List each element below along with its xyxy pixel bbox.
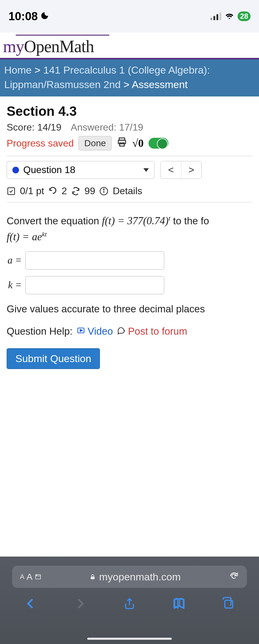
svg-point-11: [36, 575, 37, 576]
k-input[interactable]: [25, 276, 164, 294]
math-editor-toggle[interactable]: [149, 138, 168, 149]
question-meta: 0/1 pt 2 99 Details: [7, 182, 252, 200]
chevron-down-icon: [143, 168, 149, 172]
status-dot-icon: [12, 167, 19, 173]
divider: [7, 156, 252, 156]
divider: [7, 202, 252, 202]
url-domain: myopenmath.com: [47, 571, 223, 583]
section-title: Section 4.3: [7, 104, 252, 119]
question-nav: Question 18 < >: [7, 158, 252, 182]
question-body: Convert the equation f(t) = 377(0.74)t t…: [7, 204, 252, 378]
tabs-icon[interactable]: [222, 597, 235, 611]
done-button[interactable]: Done: [78, 136, 112, 150]
status-bar: 10:08 28: [0, 0, 259, 33]
reload-icon[interactable]: [229, 571, 239, 582]
k-label: k =: [7, 278, 22, 293]
math-editor-toggle-label: √0: [132, 137, 144, 150]
prev-question-button[interactable]: <: [161, 161, 181, 178]
home-indicator[interactable]: [87, 638, 172, 640]
time-text: 10:08: [8, 10, 38, 23]
bookmarks-icon[interactable]: [172, 597, 186, 611]
cellular-signal-icon: [210, 12, 221, 20]
svg-marker-8: [80, 329, 82, 331]
back-icon[interactable]: [24, 597, 37, 611]
video-link[interactable]: Video: [77, 324, 113, 339]
status-right: 28: [210, 11, 251, 22]
question-prompt-line: Convert the equation f(t) = 377(0.74)t t…: [7, 213, 252, 229]
breadcrumb-sep: >: [123, 79, 130, 90]
lock-icon: [89, 571, 96, 583]
prompt-suffix: to the fo: [173, 215, 209, 226]
score-line: Score: 14/19 Answered: 17/19: [7, 122, 252, 133]
svg-point-6: [104, 189, 104, 190]
nav-arrows: < >: [161, 161, 202, 179]
progress-line: Progress saved Done √0: [7, 136, 252, 150]
logo-bar: myOpenMath: [0, 33, 259, 59]
text-size-button[interactable]: AA: [20, 572, 41, 582]
svg-rect-3: [8, 188, 15, 194]
browser-chrome: AA myopenmath.com: [0, 557, 259, 644]
info-icon[interactable]: [99, 187, 108, 196]
a-label: a =: [7, 253, 22, 268]
site-logo[interactable]: myOpenMath: [3, 37, 256, 56]
equation-2: f(t) = aekt: [7, 229, 252, 245]
attempts-text: 2: [62, 185, 67, 197]
video-icon: [77, 324, 85, 339]
logo-rest: OpenMath: [24, 37, 94, 56]
a-input[interactable]: [25, 251, 164, 270]
input-row-a: a =: [7, 251, 252, 270]
browser-nav: [0, 588, 259, 611]
details-link[interactable]: Details: [113, 185, 142, 197]
points-text: 0/1 pt: [20, 185, 44, 197]
print-icon[interactable]: [117, 137, 127, 150]
status-time: 10:08: [8, 10, 49, 23]
help-label: Question Help:: [7, 324, 72, 339]
progress-saved-text: Progress saved: [7, 138, 74, 149]
battery-indicator: 28: [238, 11, 251, 21]
regen-text: 99: [85, 185, 95, 197]
prompt-prefix: Convert the equation: [7, 215, 102, 226]
forward-icon: [73, 597, 87, 611]
regen-icon: [71, 187, 80, 196]
equation-1: f(t) = 377(0.74)t: [102, 215, 173, 227]
breadcrumb-sep: >: [34, 64, 40, 76]
question-help-line: Question Help: Video Post to forum: [7, 324, 252, 339]
message-icon: [117, 324, 126, 339]
submit-question-button[interactable]: Submit Question: [7, 348, 100, 369]
answered-text: Answered: 17/19: [71, 122, 143, 133]
breadcrumb: Home > 141 Precalculus 1 (College Algebr…: [0, 59, 259, 96]
breadcrumb-home[interactable]: Home: [4, 64, 32, 76]
url-bar[interactable]: AA myopenmath.com: [12, 566, 247, 588]
do-not-disturb-icon: [40, 10, 49, 23]
breadcrumb-current: Assessment: [132, 79, 187, 90]
forum-link[interactable]: Post to forum: [117, 324, 187, 339]
wifi-icon: [224, 11, 235, 22]
input-row-k: k =: [7, 276, 252, 294]
score-text: Score: 14/19: [7, 122, 61, 133]
question-label: Question 18: [23, 164, 75, 175]
accuracy-hint: Give values accurate to three decimal pl…: [7, 301, 252, 317]
question-dropdown[interactable]: Question 18: [7, 161, 155, 179]
svg-rect-12: [91, 576, 95, 579]
share-icon[interactable]: [123, 597, 136, 611]
retry-icon: [48, 187, 57, 196]
next-question-button[interactable]: >: [181, 161, 202, 178]
logo-my: my: [3, 37, 24, 56]
check-icon: [7, 187, 16, 196]
